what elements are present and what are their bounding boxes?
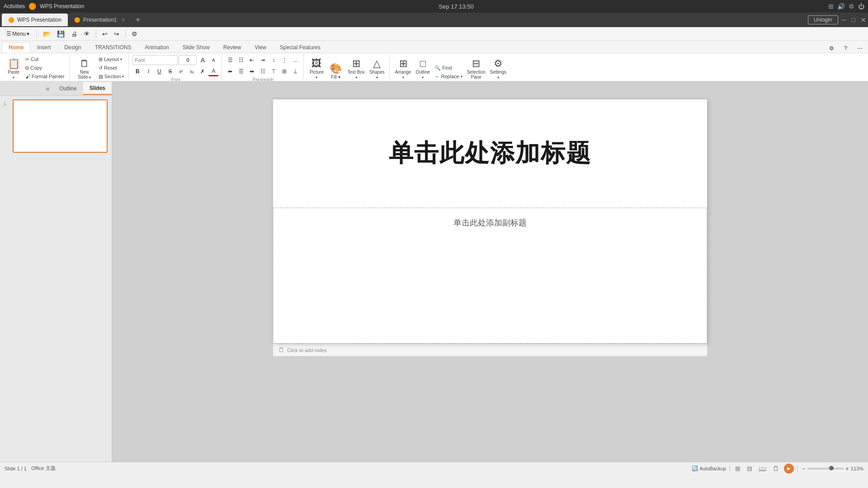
maximize-btn[interactable]: □ bbox=[852, 16, 855, 23]
para-more-btn[interactable]: … bbox=[290, 55, 300, 65]
minimize-btn[interactable]: ─ bbox=[842, 16, 846, 23]
slide-thumb-image-1[interactable] bbox=[13, 99, 108, 153]
reading-view-btn[interactable]: 📖 bbox=[757, 465, 768, 472]
align-justify-btn[interactable]: ☷ bbox=[258, 66, 268, 76]
settings-button[interactable]: ⚙ Settings ▾ bbox=[488, 55, 508, 80]
copy-button[interactable]: ⧉ Copy bbox=[24, 64, 66, 72]
tab-design[interactable]: Design bbox=[57, 42, 88, 53]
font-size-shrink-btn[interactable]: A bbox=[208, 55, 218, 65]
tab-insert[interactable]: Insert bbox=[30, 42, 57, 53]
strikethrough-button[interactable]: S bbox=[165, 66, 175, 76]
tab-special[interactable]: Special Features bbox=[273, 42, 327, 53]
power-icon[interactable]: ⏻ bbox=[858, 3, 864, 10]
zoom-out-btn[interactable]: − bbox=[802, 465, 805, 472]
menu-button[interactable]: ☰ Menu ▾ bbox=[3, 29, 33, 38]
arrange-button[interactable]: ⊞ Arrange ▾ bbox=[393, 55, 413, 80]
layout-button[interactable]: ⊞ Layout ▾ bbox=[97, 55, 126, 63]
print-preview-btn[interactable]: 👁 bbox=[81, 29, 92, 38]
zoom-slider[interactable] bbox=[807, 468, 844, 469]
tab-presentation1[interactable]: 🟠 Presentation1 ✕ bbox=[68, 14, 132, 26]
tab-wps-presentation[interactable]: 🟠 WPS Presentation bbox=[2, 14, 68, 26]
selection-pane-button[interactable]: ⊟ SelectionPane bbox=[465, 55, 487, 80]
window-controls: ─ □ ✕ bbox=[842, 16, 866, 23]
text-box-button[interactable]: ⊞ Text Box ▾ bbox=[345, 55, 366, 80]
slide-thumbnail-1[interactable]: 1 bbox=[4, 99, 108, 153]
activities-label[interactable]: Activities bbox=[4, 3, 25, 9]
print-btn[interactable]: 🖨 bbox=[69, 29, 80, 38]
zoom-in-btn[interactable]: + bbox=[845, 465, 849, 472]
redo-btn[interactable]: ↪ bbox=[112, 29, 122, 38]
unlogin-button[interactable]: Unlogin bbox=[808, 15, 838, 24]
undo-btn[interactable]: ↩ bbox=[100, 29, 110, 38]
panel-collapse-btn[interactable]: « bbox=[42, 85, 53, 92]
tab-animation[interactable]: Animation bbox=[138, 42, 175, 53]
superscript-button[interactable]: x² bbox=[176, 66, 186, 76]
clear-format-btn[interactable]: ✗ bbox=[198, 66, 208, 76]
network-icon[interactable]: ⊞ bbox=[828, 3, 834, 10]
new-slide-button[interactable]: 🗒 NewSlide ▾ bbox=[73, 55, 96, 80]
align-bottom-btn[interactable]: ⊥ bbox=[290, 66, 300, 76]
numbered-list-btn[interactable]: ☷ bbox=[236, 55, 246, 65]
shapes-button[interactable]: △ Shapes ▾ bbox=[368, 55, 387, 80]
bold-button[interactable]: B bbox=[132, 66, 142, 76]
find-button[interactable]: 🔍 Find bbox=[433, 64, 464, 72]
line-spacing-btn[interactable]: ↕ bbox=[269, 55, 278, 65]
autobackup-label[interactable]: 🔄 AutoBackup bbox=[692, 465, 726, 471]
notes-view-btn[interactable]: 🗒 bbox=[771, 465, 780, 472]
outline-tab[interactable]: Outline bbox=[53, 83, 83, 94]
ribbon-option-btn[interactable]: ⚙ bbox=[826, 44, 838, 53]
replace-button[interactable]: ↔ Replace ▾ bbox=[433, 72, 464, 80]
slide-sorter-btn[interactable]: ⊟ bbox=[745, 465, 754, 472]
increase-indent-btn[interactable]: ⇥ bbox=[258, 55, 268, 65]
align-middle-btn[interactable]: ⊞ bbox=[279, 66, 289, 76]
tab-slideshow[interactable]: Slide Show bbox=[176, 42, 217, 53]
close-btn[interactable]: ✕ bbox=[861, 16, 866, 23]
font-size-input[interactable] bbox=[179, 55, 197, 65]
tab-add-btn[interactable]: + bbox=[132, 14, 144, 26]
save-btn[interactable]: 💾 bbox=[55, 29, 67, 38]
ribbon-more-btn[interactable]: ⋯ bbox=[854, 44, 866, 53]
slide-canvas[interactable]: 单击此处添加标题 单击此处添加副标题 bbox=[273, 99, 707, 343]
cut-button[interactable]: ✂ Cut bbox=[24, 55, 66, 63]
underline-button[interactable]: U bbox=[154, 66, 164, 76]
play-button[interactable]: ▶ bbox=[784, 464, 794, 474]
paste-button[interactable]: 📋 Paste ▾ bbox=[5, 55, 23, 80]
outline-button[interactable]: □ Outline ▾ bbox=[414, 55, 432, 80]
slides-tab[interactable]: Slides bbox=[83, 82, 112, 95]
tab-review[interactable]: Review bbox=[217, 42, 248, 53]
slide-subtitle-area[interactable]: 单击此处添加副标题 bbox=[273, 208, 707, 343]
zoom-level[interactable]: 113% bbox=[851, 466, 863, 471]
align-top-btn[interactable]: ⊤ bbox=[269, 66, 278, 76]
tab-transitions[interactable]: TRANSITIONS bbox=[88, 42, 138, 53]
align-left-btn[interactable]: ⬅ bbox=[225, 66, 235, 76]
notes-placeholder[interactable]: Click to add notes bbox=[287, 347, 326, 353]
font-size-grow-btn[interactable]: A bbox=[198, 55, 208, 65]
decrease-indent-btn[interactable]: ⇤ bbox=[247, 55, 257, 65]
open-btn[interactable]: 📂 bbox=[41, 29, 53, 38]
section-button[interactable]: ▤ Section ▾ bbox=[97, 72, 126, 80]
subscript-button[interactable]: x₂ bbox=[187, 66, 197, 76]
ribbon-help-btn[interactable]: ? bbox=[840, 44, 851, 53]
sound-icon[interactable]: 🔊 bbox=[837, 3, 845, 10]
tab-close-btn[interactable]: ✕ bbox=[121, 17, 125, 23]
slide-subtitle-text[interactable]: 单击此处添加副标题 bbox=[453, 217, 527, 228]
format-painter-button[interactable]: 🖌 Format Painter bbox=[24, 72, 66, 80]
picture-button[interactable]: 🖼 Picture ▾ bbox=[307, 55, 326, 80]
italic-button[interactable]: I bbox=[143, 66, 153, 76]
fill-button[interactable]: 🎨 Fill ▾ bbox=[326, 55, 344, 80]
reset-button[interactable]: ↺ Reset bbox=[97, 64, 126, 72]
tab-home[interactable]: Home bbox=[2, 42, 30, 53]
tab-view[interactable]: View bbox=[248, 42, 273, 53]
bullet-list-btn[interactable]: ☰ bbox=[225, 55, 235, 65]
normal-view-btn[interactable]: ⊞ bbox=[734, 465, 742, 472]
paste-icon: 📋 bbox=[8, 59, 20, 69]
align-center-btn[interactable]: ☰ bbox=[236, 66, 246, 76]
slide-title-area[interactable]: 单击此处添加标题 bbox=[273, 99, 707, 208]
align-right-btn[interactable]: ➡ bbox=[247, 66, 257, 76]
font-name-input[interactable] bbox=[132, 55, 178, 65]
columns-btn[interactable]: ⋮ bbox=[279, 55, 289, 65]
extra-btn[interactable]: ⚙ bbox=[129, 29, 140, 38]
font-color-btn[interactable]: A bbox=[208, 66, 218, 76]
settings-icon[interactable]: ⚙ bbox=[849, 3, 854, 10]
slide-title-text[interactable]: 单击此处添加标题 bbox=[389, 137, 591, 170]
